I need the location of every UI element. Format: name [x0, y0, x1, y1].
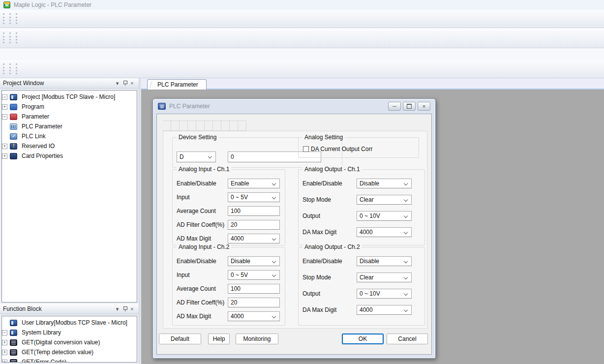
ai2-average-count-input[interactable]: 100	[228, 284, 280, 294]
ao2-da-max-digit-select[interactable]: 4000	[357, 305, 412, 315]
tree-expander[interactable]: +	[2, 360, 7, 363]
close-button[interactable]: ×	[418, 102, 430, 111]
tree-expander[interactable]: +	[2, 104, 7, 110]
function-block-panel: Function Block ▾ × User Library[Modbus T…	[0, 304, 139, 364]
pin-icon[interactable]	[123, 306, 127, 312]
field-label: Output	[302, 290, 357, 297]
document-tab-plc-parameter[interactable]: PLC Parameter	[147, 79, 207, 90]
device-type-select[interactable]: D	[177, 152, 216, 162]
toolbar-online	[0, 28, 604, 48]
ai2-ad-filter-coeff-input[interactable]: 20	[228, 298, 280, 307]
form-row: Input 0 ~ 5V	[177, 192, 282, 202]
tree-item-icon	[10, 94, 17, 100]
tree-item-label: GET(Digital conversion value)	[20, 338, 101, 346]
form-row: AD Max Digit 4000	[177, 234, 282, 243]
group-title: Analog Input - Ch.1	[177, 166, 231, 173]
close-icon[interactable]: ×	[128, 306, 136, 312]
function-block-title: Function Block	[3, 305, 113, 312]
ao2-stop-mode-select[interactable]: Clear	[357, 273, 412, 282]
tree-item-label: PLC Parameter	[20, 122, 64, 130]
field-label: Stop Mode	[302, 196, 357, 203]
chevron-down-icon[interactable]: ▾	[114, 80, 121, 87]
toolbar-group	[15, 61, 19, 76]
project-window-header: Project Window ▾ ×	[0, 78, 139, 89]
form-row: Enable/Disable Disable	[302, 256, 422, 266]
workspace: PLC Parameter ▥ PLC Parameter ─ × Device…	[141, 78, 604, 364]
tree-item-icon	[10, 359, 17, 363]
ai1-ad-max-digit-select[interactable]: 4000	[228, 234, 280, 243]
ao2-output-range-select[interactable]: 0 ~ 10V	[357, 289, 412, 299]
tree-item-label: User Library[Modbus TCP Slave - Micro]	[20, 319, 129, 327]
group-analog-input-ch1: Analog Input - Ch.1 Enable/Disable Enabl…	[172, 169, 285, 245]
function-block-header: Function Block ▾ ×	[0, 304, 139, 314]
ao2-enable-select[interactable]: Disable	[357, 256, 412, 266]
ao1-enable-select[interactable]: Disable	[357, 179, 412, 188]
ok-button[interactable]: OK	[342, 334, 384, 344]
group-title: Analog Output - Ch.1	[302, 166, 362, 173]
ai2-enable-select[interactable]: Disable	[228, 256, 280, 266]
tree-item-icon	[10, 330, 17, 336]
toolbar-group	[15, 30, 19, 45]
group-analog-input-ch2: Analog Input - Ch.2 Enable/Disable Disab…	[172, 247, 285, 326]
help-button[interactable]: Help	[208, 334, 230, 344]
project-window-panel: Project Window ▾ × − Project [Modbus TCP…	[0, 78, 139, 304]
window-title: Maple Logic - PLC Parameter	[14, 1, 91, 8]
tree-expander[interactable]: −	[2, 114, 7, 120]
plc-parameter-dialog: ▥ PLC Parameter ─ × Device Setting D 0	[152, 98, 436, 359]
form-row: Stop Mode Clear	[302, 195, 422, 205]
tree-expander[interactable]: +	[2, 144, 7, 149]
dialog-title: PLC Parameter	[169, 103, 386, 110]
dialog-icon: ▥	[158, 103, 166, 110]
tree-item-icon	[10, 114, 17, 120]
tree-expander[interactable]: +	[2, 153, 7, 159]
ai1-average-count-input[interactable]: 100	[228, 206, 280, 216]
form-row: Output 0 ~ 10V	[302, 211, 422, 221]
tree-expander[interactable]: +	[2, 350, 7, 355]
ai2-input-range-select[interactable]: 0 ~ 5V	[228, 270, 280, 280]
form-row: AD Max Digit 4000	[177, 311, 282, 321]
ai2-ad-max-digit-select[interactable]: 4000	[228, 311, 280, 321]
toolbar-standard	[0, 10, 604, 28]
group-analog-output-ch1: Analog Output - Ch.1 Enable/Disable Disa…	[298, 169, 425, 245]
default-button[interactable]: Default	[159, 334, 201, 344]
group-analog-setting: Analog Setting DA Current Output Corr	[298, 137, 419, 158]
tree-expander[interactable]: +	[2, 340, 7, 345]
app-logo-icon: M	[3, 1, 10, 8]
ao1-stop-mode-select[interactable]: Clear	[357, 195, 412, 205]
field-label: DA Max Digit	[302, 306, 357, 313]
pin-icon[interactable]	[123, 80, 127, 86]
da-current-output-corr-checkbox[interactable]	[303, 146, 309, 152]
tree-item-label: Card Properties	[20, 152, 64, 160]
ao1-da-max-digit-select[interactable]: 4000	[357, 227, 412, 237]
menubar	[0, 48, 604, 60]
maximize-button[interactable]	[403, 102, 416, 111]
document-tab-strip: PLC Parameter	[141, 78, 604, 90]
analog-io-tab-pane: Device Setting D 0 Analog Setting DA Cur…	[163, 131, 427, 329]
group-title: Analog Output - Ch.2	[302, 243, 362, 250]
field-label: Input	[177, 194, 228, 201]
cancel-button[interactable]: Cancel	[387, 334, 428, 344]
project-tree: − Project [Modbus TCP Slave - Micro] + P…	[1, 90, 137, 303]
tree-item-icon	[10, 143, 17, 150]
form-row: Input 0 ~ 5V	[177, 270, 282, 280]
ai1-input-range-select[interactable]: 0 ~ 5V	[228, 192, 280, 202]
monitoring-button[interactable]: Monitoring	[236, 334, 278, 344]
tree-item-icon	[10, 133, 17, 140]
ai1-enable-select[interactable]: Enable	[228, 179, 280, 188]
chevron-down-icon[interactable]: ▾	[114, 306, 121, 312]
close-icon[interactable]: ×	[128, 80, 136, 86]
form-row: AD Filter Coeff(%) 20	[177, 220, 282, 230]
tree-item-label: PLC Link	[20, 132, 47, 140]
field-label: AD Filter Coeff(%)	[177, 299, 228, 306]
field-label: AD Max Digit	[177, 313, 228, 320]
tree-item-label: Project [Modbus TCP Slave - Micro]	[20, 93, 117, 101]
field-label: DA Max Digit	[302, 229, 357, 236]
toolbar-group	[2, 30, 6, 45]
tree-expander[interactable]: −	[2, 330, 7, 335]
form-row: Enable/Disable Disable	[177, 256, 282, 266]
toolbar-group	[15, 11, 19, 26]
ao1-output-range-select[interactable]: 0 ~ 10V	[357, 211, 412, 221]
tree-expander[interactable]: −	[2, 94, 7, 100]
minimize-button[interactable]: ─	[388, 102, 401, 111]
ai1-ad-filter-coeff-input[interactable]: 20	[228, 220, 280, 230]
